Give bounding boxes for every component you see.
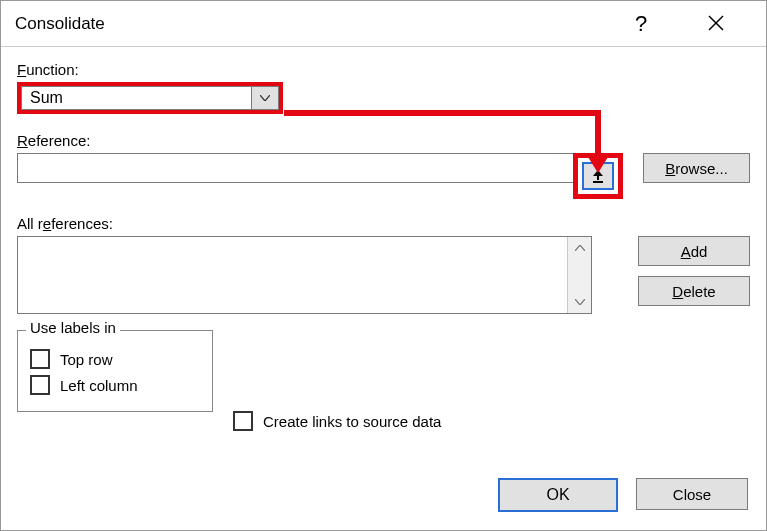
create-links-label: Create links to source data (263, 413, 441, 430)
all-references-row: Add Delete (17, 236, 750, 314)
list-content (18, 237, 567, 313)
create-links-row: Create links to source data (233, 411, 441, 431)
scroll-down-icon[interactable] (568, 291, 591, 313)
use-labels-fieldset: Use labels in Top row Left column (17, 330, 213, 412)
create-links-checkbox[interactable] (233, 411, 253, 431)
close-dialog-button[interactable]: Close (636, 478, 748, 510)
reference-row: Browse... (17, 153, 750, 199)
ok-button[interactable]: OK (498, 478, 618, 512)
close-button[interactable] (686, 1, 746, 47)
dialog-content: Function: Sum Reference: Browse... (1, 47, 766, 422)
collapse-dialog-button[interactable] (582, 162, 614, 190)
add-button[interactable]: Add (638, 236, 750, 266)
left-column-checkbox[interactable] (30, 375, 50, 395)
chevron-down-icon[interactable] (251, 86, 279, 110)
top-row-checkbox[interactable] (30, 349, 50, 369)
dialog-buttons: OK Close (498, 478, 748, 512)
reference-label: Reference: (17, 132, 750, 149)
all-references-list[interactable] (17, 236, 592, 314)
titlebar: Consolidate ? (1, 1, 766, 47)
scroll-up-icon[interactable] (568, 237, 591, 259)
svg-rect-3 (597, 175, 599, 180)
scrollbar[interactable] (567, 237, 591, 313)
all-references-label: All references: (17, 215, 750, 232)
function-dropdown[interactable]: Sum (17, 82, 283, 114)
function-label: Function: (17, 61, 750, 78)
svg-rect-4 (593, 181, 603, 183)
fieldset-legend: Use labels in (26, 319, 120, 336)
top-row-label: Top row (60, 351, 113, 368)
function-value: Sum (21, 86, 251, 110)
help-button[interactable]: ? (616, 1, 666, 47)
dialog-title: Consolidate (15, 14, 105, 34)
collapse-highlight (573, 153, 623, 199)
delete-button[interactable]: Delete (638, 276, 750, 306)
reference-input[interactable] (17, 153, 577, 183)
browse-button[interactable]: Browse... (643, 153, 750, 183)
left-column-label: Left column (60, 377, 138, 394)
